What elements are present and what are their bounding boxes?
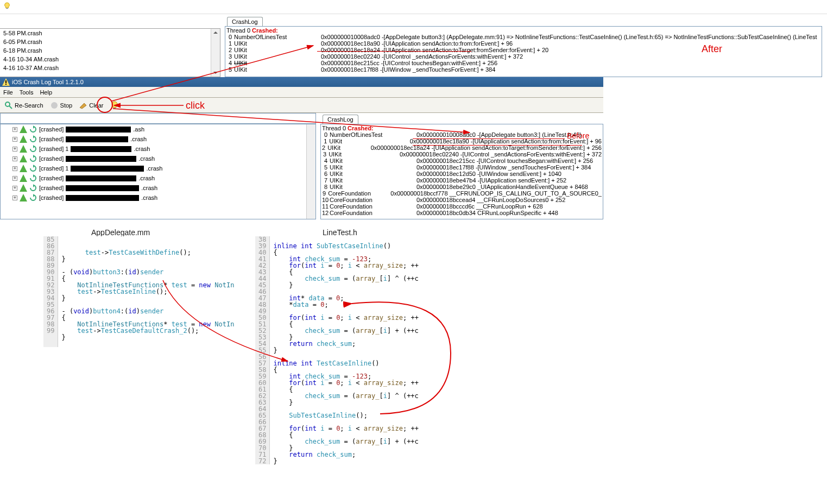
tab-crashlog[interactable]: CrashLog — [227, 17, 263, 26]
top-crashlog-panel: CrashLog Thread 0 Crashed: 0NumberOfLine… — [225, 14, 822, 77]
stop-icon — [50, 101, 59, 110]
refresh-icon — [29, 174, 37, 182]
research-button[interactable]: Re-Search — [2, 100, 46, 111]
log-row[interactable]: 6UIKit0x000000018ec12d50 -[UIWindow send… — [322, 171, 602, 177]
svg-point-6 — [51, 102, 58, 109]
crash-file-row[interactable]: 5-58 PM.crash — [0, 29, 220, 37]
tree-item[interactable]: + [crashed] 1 .crash — [1, 163, 315, 173]
app-icon — [2, 78, 10, 86]
stop-button[interactable]: Stop — [48, 100, 75, 111]
crashlog-text-top[interactable]: Thread 0 Crashed: 0NumberOfLinesTest0x00… — [225, 26, 822, 77]
svg-marker-17 — [33, 165, 35, 168]
tree-item[interactable]: + [crashed] .crash — [1, 154, 315, 163]
source-filename-1: AppDelegate.mm — [91, 228, 150, 237]
log-row[interactable]: 7UIKit0x000000018ebe47b4 -[UIApplication… — [322, 177, 602, 184]
refresh-icon — [29, 145, 37, 153]
crash-tree-list[interactable]: + [crashed] .ash+ [crashed] .crash+ [cra… — [0, 124, 316, 219]
svg-rect-7 — [113, 108, 116, 109]
expand-icon[interactable]: + — [12, 186, 17, 191]
svg-marker-19 — [33, 174, 35, 178]
log-row[interactable]: 4UIKit0x000000018ec215cc -[UIControl tou… — [226, 60, 820, 66]
scrollbar[interactable] — [211, 29, 220, 77]
log-row[interactable]: 0NumberOfLinesTest0x000000010008adc0 -[A… — [322, 131, 602, 138]
svg-marker-20 — [20, 184, 27, 192]
expand-icon[interactable]: + — [12, 196, 17, 200]
svg-marker-16 — [20, 165, 27, 172]
svg-marker-15 — [33, 155, 35, 158]
search-icon — [4, 101, 13, 110]
search-input[interactable] — [0, 113, 316, 124]
warning-icon — [20, 155, 27, 162]
svg-rect-2 — [5, 80, 7, 83]
expand-icon[interactable]: + — [12, 137, 17, 142]
refresh-icon — [29, 155, 37, 162]
expand-icon[interactable]: + — [12, 166, 17, 171]
tree-item[interactable]: + [crashed] .crash — [1, 193, 315, 203]
window-title: iOS Crash Log Tool 1.2.1.0 — [12, 79, 84, 85]
thread-header: Thread 0 — [226, 27, 252, 34]
log-row[interactable]: 5UIKit0x000000018ec17f88 -[UIWindow _sen… — [226, 66, 820, 73]
expand-icon[interactable]: + — [12, 176, 17, 181]
warning-icon — [20, 174, 27, 182]
svg-rect-3 — [5, 84, 7, 85]
tree-item[interactable]: + [crashed] .crash — [1, 183, 315, 193]
thread-header: Thread 0 — [322, 125, 348, 131]
scrollbar[interactable] — [306, 124, 315, 219]
code-editor-linetest[interactable]: 38 39 40 41 42 43 44 45 46 47 48 49 50 5… — [255, 236, 472, 464]
source-filename-2: LineTest.h — [323, 228, 357, 237]
log-row[interactable]: 10CoreFoundation0x000000018bccead4 __CFR… — [322, 197, 602, 203]
crash-file-row[interactable]: 6-18 PM.crash — [0, 46, 220, 55]
log-row[interactable]: 11CoreFoundation0x000000018bcccd6c __CFR… — [322, 203, 602, 210]
log-row[interactable]: 3UIKit0x000000018ec02240 -[UIControl _se… — [322, 151, 602, 158]
window-title-bar: iOS Crash Log Tool 1.2.1.0 — [0, 77, 603, 87]
symbolicate-button[interactable] — [108, 100, 121, 111]
crash-file-row[interactable]: 4-16 10-37 AM.crash — [0, 64, 220, 72]
warning-icon — [20, 165, 27, 172]
crash-file-row[interactable]: 4-16 10-34 AM.crash — [0, 55, 220, 64]
log-row[interactable]: 0NumberOfLinesTest0x000000010008adc0 -[A… — [226, 34, 820, 40]
log-row[interactable]: 12CoreFoundation0x000000018bc0db34 CFRun… — [322, 210, 602, 216]
svg-rect-0 — [6, 8, 8, 9]
menu-bar: File Tools Help — [0, 87, 603, 98]
tree-item[interactable]: + [crashed] .crash — [1, 173, 315, 183]
tree-item[interactable]: + [crashed] .ash — [1, 124, 315, 134]
menu-tools[interactable]: Tools — [20, 89, 34, 96]
crash-file-row[interactable]: 6-05 PM.crash — [0, 37, 220, 46]
svg-marker-18 — [20, 174, 27, 182]
crash-file-list[interactable]: 5-58 PM.crash 6-05 PM.crash 6-18 PM.cras… — [0, 28, 220, 77]
log-row[interactable]: 8UIKit0x000000018ebe29c0 _UIApplicationH… — [322, 184, 602, 190]
menu-file[interactable]: File — [3, 89, 13, 96]
log-row[interactable]: 3UIKit0x000000018ec02240 -[UIControl _se… — [226, 53, 820, 60]
refresh-icon — [29, 135, 37, 143]
log-row[interactable]: 4UIKit0x000000018ec215cc -[UIControl tou… — [322, 158, 602, 164]
code-editor-appdelegate[interactable]: 85 86 87 88 89 90 91 92 93 94 95 96 97 9… — [43, 236, 261, 347]
expand-icon[interactable]: + — [12, 147, 17, 152]
expand-icon[interactable]: + — [12, 127, 17, 132]
svg-marker-11 — [33, 135, 35, 138]
svg-marker-8 — [20, 125, 27, 133]
log-row[interactable]: 1UIKit0x000000018ec18a90 -[UIApplication… — [226, 40, 820, 47]
svg-marker-22 — [20, 194, 27, 201]
log-row[interactable]: 2UIKit0x000000018ec18a24 -[UIApplication… — [226, 47, 820, 53]
top-icon-bar — [0, 0, 827, 14]
svg-marker-9 — [33, 125, 35, 129]
warning-icon — [20, 135, 27, 143]
svg-marker-23 — [33, 194, 35, 197]
tree-item[interactable]: + [crashed] .crash — [1, 134, 315, 144]
annotation-underline-before2 — [413, 145, 582, 146]
toolbar: Re-Search Stop Clear — [0, 98, 603, 113]
expand-icon[interactable]: + — [12, 156, 17, 161]
tree-item[interactable]: + [crashed] 1 .crash — [1, 144, 315, 154]
crashed-label: Crashed: — [348, 125, 374, 131]
tab-crashlog[interactable]: CrashLog — [323, 115, 358, 124]
svg-marker-14 — [20, 155, 27, 162]
menu-help[interactable]: Help — [40, 89, 52, 96]
log-row[interactable]: 9CoreFoundation0x000000018bccf778 __CFRU… — [322, 190, 602, 197]
clear-button[interactable]: Clear — [77, 100, 105, 111]
refresh-icon — [29, 184, 37, 192]
lightbulb-icon[interactable] — [3, 2, 11, 10]
log-row[interactable]: 5UIKit0x000000018ec17f88 -[UIWindow _sen… — [322, 164, 602, 171]
svg-marker-12 — [20, 145, 27, 153]
svg-line-5 — [9, 106, 12, 109]
svg-marker-21 — [33, 184, 35, 187]
